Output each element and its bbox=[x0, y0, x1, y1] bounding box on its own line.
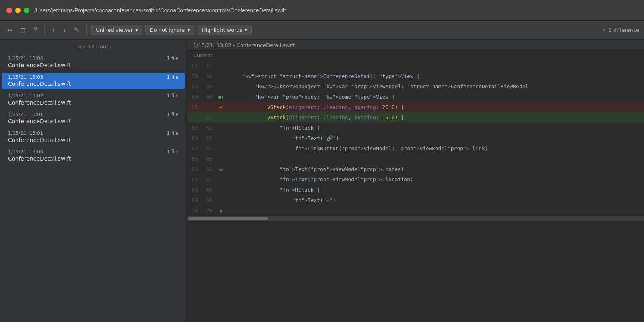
line-num-left: 61 bbox=[187, 102, 201, 112]
ignore-dropdown[interactable]: Do not ignore ▾ bbox=[145, 25, 194, 35]
table-row: 5757 bbox=[187, 60, 644, 71]
line-num-left: 67 bbox=[187, 174, 201, 184]
toolbar-separator-1 bbox=[44, 25, 45, 35]
file-group: 1/15/21, 13:001 fileConferenceDetail.swi… bbox=[0, 146, 186, 165]
line-num-right: 70 bbox=[201, 205, 215, 215]
file-group: 1/15/21, 13:011 fileConferenceDetail.swi… bbox=[0, 128, 186, 146]
navigate-up-button[interactable]: ↑ bbox=[49, 25, 57, 35]
sidebar[interactable]: Last 12 Hours 1/15/21, 13:041 fileConfer… bbox=[0, 40, 187, 322]
line-num-right: 64 bbox=[201, 143, 215, 153]
line-num-left: 58 bbox=[187, 71, 201, 81]
code-subheader: Current bbox=[187, 51, 644, 60]
file-name: ConferenceDetail.swift bbox=[8, 118, 71, 124]
table-row: 5959 "kw2">@ObservedObject "kw">var "pro… bbox=[187, 81, 644, 91]
maximize-button[interactable] bbox=[24, 8, 29, 13]
viewer-label: Unified viewer bbox=[96, 27, 133, 33]
line-gutter bbox=[215, 184, 227, 195]
line-gutter bbox=[215, 81, 227, 91]
line-code: "fn">Text("✏️") bbox=[227, 195, 644, 205]
save-button[interactable]: ⊡ bbox=[18, 25, 28, 35]
code-table: 57575858 "kw">struct "struct-name">Confe… bbox=[187, 60, 644, 215]
line-gutter bbox=[215, 71, 227, 81]
table-row: 6060●↑ "kw">var "prop">body: "kw">some "… bbox=[187, 91, 644, 102]
line-num-left: 64 bbox=[187, 143, 201, 153]
file-date: 1/15/21, 13:02 bbox=[8, 93, 43, 99]
titlebar: /Users/jetbrains/Projects/cocoaconferenc… bbox=[0, 0, 644, 21]
sidebar-groups: 1/15/21, 13:041 fileConferenceDetail.swi… bbox=[0, 53, 186, 165]
code-area[interactable]: 57575858 "kw">struct "struct-name">Confe… bbox=[187, 60, 644, 322]
line-num-right: 58 bbox=[201, 71, 215, 81]
file-item[interactable]: 1/15/21, 13:021 fileConferenceDetail.swi… bbox=[2, 91, 185, 108]
file-count: 1 file bbox=[167, 56, 178, 61]
edit-button[interactable]: ✎ bbox=[72, 25, 81, 35]
help-button[interactable]: ? bbox=[31, 25, 39, 35]
line-num-right bbox=[201, 102, 215, 112]
line-num-right: 61 bbox=[201, 112, 215, 122]
file-name: ConferenceDetail.swift bbox=[8, 99, 71, 106]
highlight-chevron-icon: ▾ bbox=[244, 27, 247, 33]
table-row: 6666◇ "fn">Text("prop">viewModel"prop">.… bbox=[187, 164, 644, 174]
line-num-right: 68 bbox=[201, 184, 215, 195]
sidebar-header: Last 12 Hours bbox=[0, 40, 186, 53]
file-count: 1 file bbox=[167, 74, 178, 80]
line-num-right: 66 bbox=[201, 164, 215, 174]
table-row: 6969 "fn">Text("✏️") bbox=[187, 195, 644, 205]
file-item[interactable]: 1/15/21, 13:011 fileConferenceDetail.swi… bbox=[2, 129, 185, 145]
line-gutter bbox=[215, 195, 227, 205]
line-code: "fn">HStack { bbox=[227, 184, 644, 195]
table-row: 61 VStack(alignment: .leading, spacing: … bbox=[187, 112, 644, 122]
viewer-dropdown[interactable]: Unified viewer ▾ bbox=[91, 25, 142, 35]
file-date: 1/15/21, 13:04 bbox=[8, 56, 43, 61]
file-date: 1/15/21, 13:00 bbox=[8, 149, 43, 155]
close-button[interactable] bbox=[6, 8, 12, 13]
line-gutter: ↩ bbox=[215, 102, 227, 112]
scroll-thumb[interactable] bbox=[188, 217, 268, 220]
table-row: 6363 "fn">Text("🔗") bbox=[187, 133, 644, 143]
highlight-dropdown[interactable]: Highlight words ▾ bbox=[198, 25, 252, 35]
line-num-left: 59 bbox=[187, 81, 201, 91]
line-num-left: 57 bbox=[187, 60, 201, 71]
line-num-left: 63 bbox=[187, 133, 201, 143]
file-count: 1 file bbox=[167, 149, 178, 155]
file-item[interactable]: 1/15/21, 13:001 fileConferenceDetail.swi… bbox=[2, 147, 185, 164]
viewer-chevron-icon: ▾ bbox=[135, 27, 138, 33]
line-num-left: 66 bbox=[187, 164, 201, 174]
line-code: "kw">var "prop">body: "kw">some "type">V… bbox=[227, 91, 644, 102]
file-group: 1/15/21, 13:011 fileConferenceDetail.swi… bbox=[0, 109, 186, 128]
line-code bbox=[227, 60, 644, 71]
undo-button[interactable]: ↩ bbox=[5, 25, 15, 35]
line-code: "kw">struct "struct-name">ConferenceDeta… bbox=[227, 71, 644, 81]
line-num-left: 65 bbox=[187, 153, 201, 164]
line-gutter bbox=[215, 122, 227, 133]
navigate-down-button[interactable]: ↓ bbox=[60, 25, 68, 35]
line-num-right: 60 bbox=[201, 91, 215, 102]
file-count: 1 file bbox=[167, 112, 178, 117]
file-name: ConferenceDetail.swift bbox=[8, 137, 71, 143]
line-num-right: 65 bbox=[201, 153, 215, 164]
file-item[interactable]: 1/15/21, 13:011 fileConferenceDetail.swi… bbox=[2, 110, 185, 126]
bottom-scrollbar[interactable] bbox=[187, 215, 644, 221]
file-name: ConferenceDetail.swift bbox=[8, 81, 71, 87]
line-num-right: 59 bbox=[201, 81, 215, 91]
line-gutter bbox=[215, 153, 227, 164]
file-date: 1/15/21, 13:03 bbox=[8, 74, 43, 80]
table-row: 61↩ VStack(alignment: .leading, spacing:… bbox=[187, 102, 644, 112]
minimize-button[interactable] bbox=[15, 8, 21, 13]
diff-count-label: 1 difference bbox=[608, 27, 639, 33]
line-num-right: 69 bbox=[201, 195, 215, 205]
file-item[interactable]: 1/15/21, 13:041 fileConferenceDetail.swi… bbox=[2, 54, 185, 70]
line-num-right: 57 bbox=[201, 60, 215, 71]
file-item[interactable]: 1/15/21, 13:031 fileConferenceDetail.swi… bbox=[2, 73, 185, 89]
file-group: 1/15/21, 13:041 fileConferenceDetail.swi… bbox=[0, 53, 186, 72]
line-gutter bbox=[215, 133, 227, 143]
line-gutter bbox=[215, 174, 227, 184]
line-num-left: 62 bbox=[187, 122, 201, 133]
code-header: 1/15/21, 13:02 - ConferenceDetail.swift bbox=[187, 40, 644, 51]
diff-chevrons-icon: » bbox=[603, 27, 606, 33]
line-gutter: ●↑ bbox=[215, 91, 227, 102]
line-num-right: 63 bbox=[201, 133, 215, 143]
main-layout: Last 12 Hours 1/15/21, 13:041 fileConfer… bbox=[0, 40, 644, 322]
table-row: 6868 "fn">HStack { bbox=[187, 184, 644, 195]
line-code: "fn">Text("prop">viewModel"prop">.dates) bbox=[227, 164, 644, 174]
line-code: } bbox=[227, 153, 644, 164]
